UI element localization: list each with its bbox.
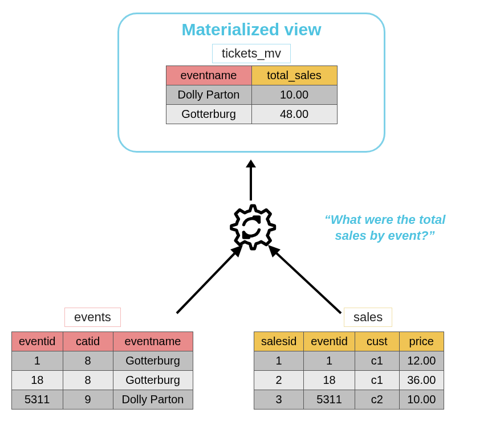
table-row: 2 18 c1 36.00 [254,371,444,390]
col-salesid: salesid [254,332,304,351]
cell: 5311 [304,390,355,410]
cell: c1 [355,371,399,390]
cell: 1 [304,351,355,371]
cell: 5311 [12,390,63,410]
cell: 8 [63,351,113,371]
cell: 18 [12,371,63,390]
table-header-row: eventname total_sales [166,66,337,85]
cell: Gotterburg [113,351,193,371]
cell: Gotterburg [113,371,193,390]
cell: 10.00 [251,85,337,105]
col-eventid: eventid [12,332,63,351]
cell: Gotterburg [166,105,251,124]
cell: c1 [355,351,399,371]
arrow-sales-to-gear [255,239,347,319]
table-row: 18 8 Gotterburg [12,371,193,390]
mv-table-label: tickets_mv [212,44,291,63]
cell: 18 [304,371,355,390]
mv-table: eventname total_sales Dolly Parton 10.00… [166,66,338,124]
col-eventid: eventid [304,332,355,351]
cell: 1 [12,351,63,371]
events-table-label: events [64,308,121,327]
table-row: 5311 9 Dolly Parton [12,390,193,410]
col-price: price [399,332,444,351]
cell: 3 [254,390,304,410]
table-row: 1 8 Gotterburg [12,351,193,371]
col-cust: cust [355,332,399,351]
cell: Dolly Parton [166,85,251,105]
sales-table: salesid eventid cust price 1 1 c1 12.00 … [254,332,444,410]
cell: 1 [254,351,304,371]
table-header-row: eventid catid eventname [12,332,193,351]
cell: c2 [355,390,399,410]
arrow-events-to-gear [171,239,251,319]
svg-line-4 [273,249,341,313]
sales-table-label: sales [344,308,392,327]
col-total-sales: total_sales [251,66,337,85]
cell: 8 [63,371,113,390]
table-row: 1 1 c1 12.00 [254,351,444,371]
svg-marker-1 [246,159,256,167]
materialized-view-box: Materialized view tickets_mv eventname t… [117,13,385,153]
cell: Dolly Parton [113,390,193,410]
table-row: Gotterburg 48.00 [166,105,337,124]
cell: 9 [63,390,113,410]
table-row: Dolly Parton 10.00 [166,85,337,105]
cell: 2 [254,371,304,390]
events-table: eventid catid eventname 1 8 Gotterburg 1… [11,332,193,410]
cell: 36.00 [399,371,444,390]
table-row: 3 5311 c2 10.00 [254,390,444,410]
col-catid: catid [63,332,113,351]
table-header-row: salesid eventid cust price [254,332,444,351]
cell: 10.00 [399,390,444,410]
cell: 48.00 [251,105,337,124]
question-text: “What were the total sales by event?” [311,212,459,243]
mv-title: Materialized view [181,20,321,39]
col-eventname: eventname [113,332,193,351]
arrow-gear-to-mv [244,159,258,205]
svg-line-2 [177,249,238,313]
col-eventname: eventname [166,66,251,85]
cell: 12.00 [399,351,444,371]
